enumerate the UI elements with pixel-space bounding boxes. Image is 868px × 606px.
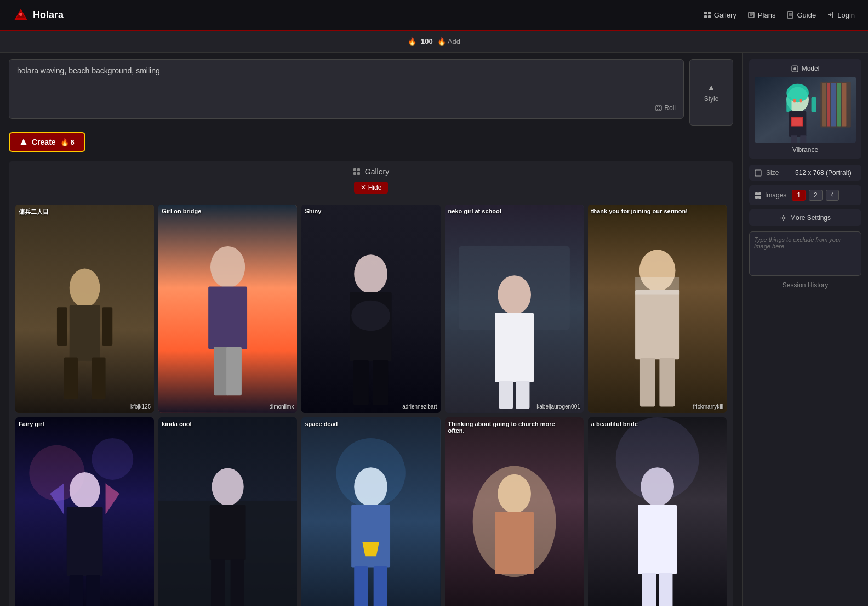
svg-rect-111: [755, 192, 758, 195]
gallery-title: Gallery: [365, 167, 389, 176]
svg-marker-21: [20, 139, 27, 145]
svg-rect-74: [352, 505, 391, 567]
login-icon: [827, 11, 835, 19]
prompt-input[interactable]: holara waving, beach background, smiling: [17, 66, 676, 99]
gallery-nav-icon: [704, 11, 711, 19]
svg-point-20: [659, 109, 660, 110]
credits-flame-icon: 🔥: [408, 37, 416, 46]
gallery-item[interactable]: a beautiful bride salmoncalf: [588, 417, 727, 606]
svg-rect-41: [353, 360, 369, 405]
svg-rect-70: [231, 559, 244, 606]
gallery-item-title: Thinking about going to church more ofte…: [448, 421, 573, 434]
nav-guide[interactable]: Guide: [786, 11, 816, 19]
svg-rect-4: [708, 12, 711, 14]
logo-icon: [13, 7, 28, 22]
svg-point-18: [659, 106, 660, 107]
svg-rect-6: [708, 15, 711, 18]
gallery-image: [158, 205, 297, 413]
svg-point-19: [657, 109, 658, 110]
gallery-image: [588, 417, 727, 606]
negative-prompt-container: [749, 231, 861, 276]
right-panel: Model: [742, 53, 868, 606]
settings-icon: [780, 214, 787, 222]
style-button[interactable]: ▲ Style: [689, 59, 733, 126]
size-icon: [755, 169, 762, 177]
images-label: Images: [765, 191, 786, 199]
gallery-item[interactable]: Girl on bridge dimonlimx: [158, 205, 297, 413]
style-label: Style: [704, 95, 719, 103]
add-credits-button[interactable]: 🔥 Add: [437, 37, 460, 46]
gallery-grid: 傭兵二人目 kfbjk125 Girl on bridge dimonlimx: [15, 205, 727, 606]
style-arrow-icon: ▲: [707, 83, 716, 93]
gallery-image: [445, 417, 584, 606]
size-setting[interactable]: Size 512 x 768 (Portrait): [749, 165, 861, 181]
images-count-4[interactable]: 4: [826, 190, 840, 201]
svg-rect-24: [353, 172, 356, 175]
svg-point-80: [498, 474, 531, 513]
svg-rect-49: [516, 381, 529, 409]
prompt-top-row: holara waving, beach background, smiling…: [9, 59, 733, 126]
left-panel: holara waving, beach background, smiling…: [0, 53, 742, 606]
gallery-item-title: kinda cool: [162, 421, 191, 427]
more-settings-button[interactable]: More Settings: [749, 209, 861, 226]
svg-rect-85: [638, 505, 677, 574]
credits-value: 100: [421, 37, 433, 46]
model-preview[interactable]: [755, 77, 856, 143]
model-section: Model: [749, 59, 861, 159]
gallery-item[interactable]: kinda cool gibraltaralmeida904: [158, 417, 297, 606]
model-image: [755, 77, 856, 143]
images-setting: Images 1 2 4: [749, 185, 861, 205]
roll-button[interactable]: Roll: [655, 104, 676, 112]
nav-plans[interactable]: Plans: [747, 11, 776, 19]
svg-rect-60: [67, 507, 103, 576]
gallery-image: [15, 205, 154, 413]
create-button[interactable]: Create 🔥 6: [9, 132, 85, 152]
svg-rect-37: [226, 347, 242, 396]
svg-rect-96: [842, 83, 846, 127]
plans-icon: [747, 11, 755, 19]
credits-bar: 🔥 100 🔥 Add: [0, 31, 868, 53]
gallery-image: [445, 205, 584, 413]
images-count-1[interactable]: 1: [792, 190, 806, 201]
negative-prompt-input[interactable]: [754, 236, 856, 269]
hide-gallery-button[interactable]: ✕ Hide: [354, 182, 389, 194]
gallery-image: [301, 205, 440, 413]
svg-point-34: [210, 246, 245, 288]
gallery-item-author: dimonlimx: [269, 404, 294, 410]
add-credits-flame: 🔥: [437, 37, 446, 46]
cost-badge: 🔥 6: [60, 138, 75, 146]
svg-rect-92: [822, 83, 826, 127]
gallery-header: Gallery: [15, 167, 727, 176]
nav-login[interactable]: Login: [827, 11, 855, 19]
cost-flame: 🔥: [60, 138, 69, 146]
svg-rect-28: [70, 305, 100, 361]
size-label: Size: [766, 169, 791, 177]
images-count-2[interactable]: 2: [809, 190, 823, 201]
svg-rect-30: [92, 358, 105, 399]
svg-rect-48: [499, 381, 512, 409]
svg-point-2: [19, 13, 22, 16]
nav-gallery[interactable]: Gallery: [704, 11, 736, 19]
svg-rect-94: [831, 83, 836, 127]
svg-rect-100: [812, 97, 816, 112]
svg-rect-114: [758, 196, 761, 199]
gallery-item[interactable]: Shiny adriennezibart: [301, 205, 440, 413]
svg-point-104: [793, 99, 796, 102]
svg-marker-77: [363, 542, 379, 556]
prompt-container: holara waving, beach background, smiling…: [9, 59, 684, 119]
gallery-item[interactable]: Thinking about going to church more ofte…: [445, 417, 584, 606]
svg-rect-52: [635, 290, 679, 360]
gallery-item-title: Fairy girl: [19, 421, 44, 427]
gallery-item-title: space dead: [305, 421, 338, 427]
gallery-item[interactable]: space dead guardtalesvit.004: [301, 417, 440, 606]
svg-point-59: [70, 472, 100, 508]
svg-point-58: [92, 438, 133, 480]
gallery-item[interactable]: Fairy girl pokke.infinity: [15, 417, 154, 606]
gallery-item[interactable]: 傭兵二人目 kfbjk125: [15, 205, 154, 413]
svg-rect-95: [837, 83, 841, 127]
svg-rect-103: [792, 118, 802, 126]
gallery-section-icon: [353, 168, 361, 175]
gallery-item[interactable]: neko girl at school kabeljaurogen001: [445, 205, 584, 413]
gallery-item[interactable]: thank you for joining our sermon! frickm…: [588, 205, 727, 413]
svg-rect-23: [357, 168, 360, 171]
